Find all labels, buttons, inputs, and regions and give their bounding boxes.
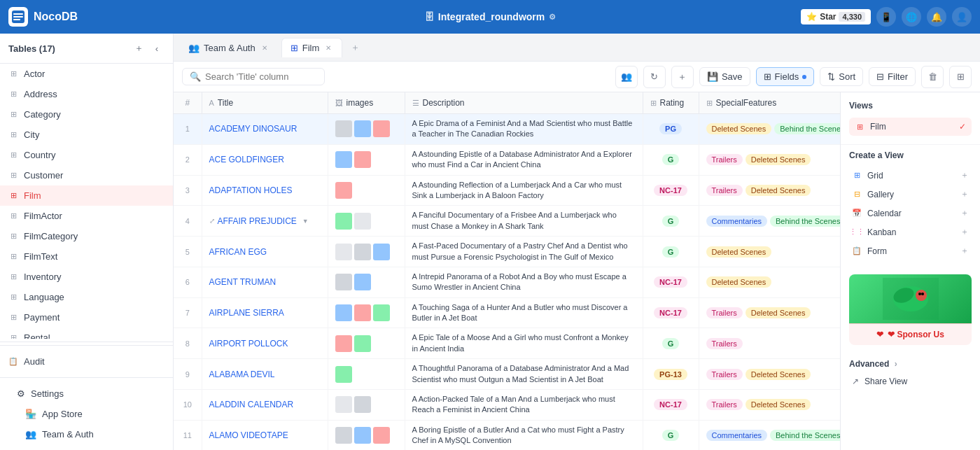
bell-icon-btn[interactable]: 🔔 (927, 7, 946, 27)
tab-film[interactable]: ⊞ Film ✕ (281, 38, 343, 57)
sidebar-item-teamauth[interactable]: 👥 Team & Auth (8, 424, 164, 444)
row-title-link[interactable]: ALADDIN CALENDAR (209, 400, 294, 409)
star-button[interactable]: ⭐ Star 4,330 (801, 9, 871, 24)
sponsor-label: ❤ Sponsor Us (888, 330, 944, 339)
tab-team-auth-close[interactable]: ✕ (260, 43, 270, 52)
delete-button[interactable]: 🗑 (921, 66, 944, 88)
sidebar-item-category[interactable]: ⊞ Category (0, 104, 173, 125)
row-rating-cell: PG-13 (643, 359, 699, 390)
row-title-link[interactable]: ACADEMY DINOSAUR (209, 124, 298, 134)
sidebar-item-rental[interactable]: ⊞ Rental (0, 328, 173, 339)
inventory-icon: ⊞ (8, 272, 18, 282)
data-table: # A Title 🖼 images (174, 92, 840, 450)
navbar: NocoDB 🗄 Integrated_roundworm ⚙ ⭐ Star 4… (0, 0, 980, 34)
expand-row-btn[interactable]: ▼ (302, 218, 309, 225)
col-title[interactable]: A Title (202, 92, 328, 114)
sidebar-item-address[interactable]: ⊞ Address (0, 84, 173, 104)
sort-button[interactable]: ⇅ Sort (820, 67, 863, 86)
collapse-sidebar-button[interactable]: ‹ (149, 41, 164, 56)
create-kanban-view[interactable]: ⋮⋮ Kanban ＋ (849, 223, 972, 241)
sidebar-item-appstore[interactable]: 🏪 App Store (8, 404, 164, 424)
sidebar-item-filmcategory[interactable]: ⊞ FilmCategory (0, 226, 173, 246)
create-form-icon: 📋 (852, 246, 862, 256)
create-form-view[interactable]: 📋 Form ＋ (849, 241, 972, 260)
row-title-link[interactable]: ACE GOLDFINGER (209, 155, 284, 164)
sidebar-item-film[interactable]: ⊞ Film (0, 185, 173, 206)
tag-item: Commentaries (706, 430, 768, 441)
address-label: Address (24, 89, 57, 99)
table-row: 4 ⤢ AFFAIR PREJUDICE ▼ A Fanciful Docume… (174, 206, 840, 237)
sidebar-item-filmtext[interactable]: ⊞ FilmText (0, 246, 173, 267)
rating-badge: NC-17 (654, 307, 687, 318)
tag-item: Deleted Scenes (746, 307, 811, 318)
thumbnail (335, 304, 352, 321)
sidebar-item-inventory[interactable]: ⊞ Inventory (0, 267, 173, 287)
fields-button[interactable]: ⊞ Fields (756, 67, 815, 86)
row-title-link[interactable]: AGENT TRUMAN (209, 277, 276, 287)
thumbnails-container (335, 304, 398, 321)
special-tags: TrailersDeleted Scenes (706, 307, 841, 318)
row-title-link[interactable]: AIRPORT POLLOCK (209, 339, 288, 349)
col-images[interactable]: 🖼 images (328, 92, 405, 114)
search-icon: 🔍 (190, 71, 201, 82)
sidebar-item-customer[interactable]: ⊞ Customer (0, 165, 173, 185)
user-icon-btn[interactable]: 👤 (952, 7, 972, 27)
view-film[interactable]: ⊞ Film ✓ (849, 118, 972, 136)
add-row-button[interactable]: ＋ (671, 66, 694, 88)
phone-icon-btn[interactable]: 📱 (876, 7, 896, 27)
tag-item: Trailers (706, 399, 743, 410)
row-num: 1 (174, 114, 202, 145)
table-row: 8 AIRPORT POLLOCK A Epic Tale of a Moose… (174, 328, 840, 359)
tag-item: Deleted Scenes (746, 185, 811, 196)
sidebar-item-payment[interactable]: ⊞ Payment (0, 307, 173, 328)
thumbnail (335, 396, 352, 413)
sponsor-box: ❤ ❤ Sponsor Us (849, 274, 972, 345)
search-input[interactable] (205, 71, 317, 82)
collaborators-button[interactable]: 👥 (615, 66, 638, 88)
sponsor-button[interactable]: ❤ ❤ Sponsor Us (849, 323, 972, 345)
save-button[interactable]: 💾 Save (699, 67, 750, 86)
share-view-item[interactable]: ↗ Share View (849, 373, 972, 390)
create-grid-view[interactable]: ⊞ Grid ＋ (849, 166, 972, 185)
add-table-button[interactable]: ＋ (131, 41, 146, 56)
grid-view-button[interactable]: ⊞ (949, 66, 972, 88)
row-special-cell: Deleted ScenesBehind the Scenes (699, 114, 840, 145)
db-icon: 🗄 (424, 11, 434, 22)
row-desc-cell: A Thoughtful Panorama of a Database Admi… (405, 359, 643, 390)
reload-button[interactable]: ↻ (643, 66, 666, 88)
sidebar-header: Tables (17) ＋ ‹ (0, 34, 173, 64)
sidebar-item-filmactor[interactable]: ⊞ FilmActor (0, 206, 173, 226)
sidebar-item-actor[interactable]: ⊞ Actor (0, 64, 173, 84)
col-description[interactable]: ☰ Description (405, 92, 643, 114)
col-special[interactable]: ⊞ SpecialFeatures (699, 92, 840, 114)
sidebar-item-audit[interactable]: 📋 Audit (0, 351, 173, 372)
customer-label: Customer (24, 170, 63, 181)
sidebar-bottom: 📋 Audit (0, 345, 173, 377)
thumbnail (335, 366, 352, 383)
create-calendar-view[interactable]: 📅 Calendar ＋ (849, 204, 972, 223)
sidebar-item-city[interactable]: ⊞ City (0, 125, 173, 145)
content-area: 👥 Team & Auth ✕ ⊞ Film ✕ ＋ 🔍 👥 ↻ ＋ 💾 (174, 34, 980, 450)
add-tab-button[interactable]: ＋ (345, 38, 365, 57)
row-title-link[interactable]: ALAMO VIDEOTAPE (209, 430, 288, 440)
col-rating[interactable]: ⊞ Rating (643, 92, 699, 114)
create-gallery-view[interactable]: ⊟ Gallery ＋ (849, 185, 972, 204)
sidebar-item-language[interactable]: ⊞ Language (0, 287, 173, 307)
filter-button[interactable]: ⊟ Filter (869, 67, 916, 86)
row-title-link[interactable]: ADAPTATION HOLES (209, 185, 293, 195)
globe-icon-btn[interactable]: 🌐 (902, 7, 921, 27)
row-images-cell (328, 390, 405, 421)
rating-badge: PG (659, 123, 682, 134)
row-title-link[interactable]: AFFAIR PREJUDICE (218, 216, 297, 226)
db-title-area: 🗄 Integrated_roundworm ⚙ (424, 11, 556, 22)
tab-film-close[interactable]: ✕ (323, 43, 333, 52)
expand-icon[interactable]: ⤢ (209, 217, 215, 225)
tab-team-auth[interactable]: 👥 Team & Auth ✕ (179, 38, 279, 57)
row-title-link[interactable]: AIRPLANE SIERRA (209, 308, 284, 318)
special-tags: Deleted ScenesBehind the Scenes (706, 123, 841, 134)
row-title-link[interactable]: AFRICAN EGG (209, 247, 267, 257)
row-title-link[interactable]: ALABAMA DEVIL (209, 370, 275, 379)
thumbnail (335, 244, 352, 260)
sidebar-item-country[interactable]: ⊞ Country (0, 145, 173, 165)
thumbnail (335, 213, 352, 230)
